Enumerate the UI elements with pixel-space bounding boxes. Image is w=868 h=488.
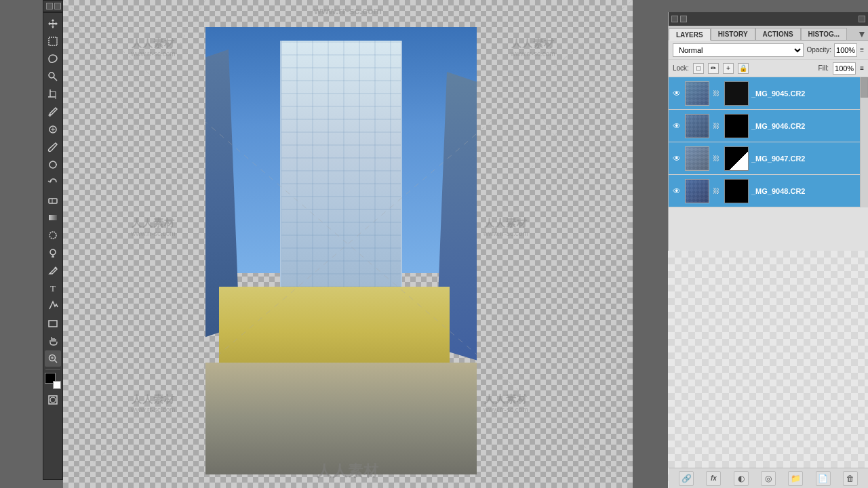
tab-layers[interactable]: LAYERS bbox=[669, 28, 711, 41]
layer-2-visibility[interactable]: 👁 bbox=[671, 121, 682, 131]
layer-item-3[interactable]: 👁 ⛓ _MG_9047.CR2 bbox=[669, 142, 868, 175]
hand-tool[interactable] bbox=[45, 333, 61, 349]
dodge-tool[interactable] bbox=[45, 245, 61, 261]
history-brush-tool[interactable] bbox=[45, 174, 61, 190]
canvas-area: www.rr-sc.com 人人素材 www.rr-sc.com 人人素材 ww… bbox=[63, 0, 633, 488]
svg-text:T: T bbox=[50, 283, 56, 293]
path-selection-tool[interactable] bbox=[45, 298, 61, 314]
clone-stamp-tool[interactable] bbox=[45, 157, 61, 173]
scroll-thumb[interactable] bbox=[861, 77, 868, 98]
layer-1-visibility[interactable]: 👁 bbox=[671, 88, 682, 99]
svg-point-11 bbox=[50, 161, 56, 168]
fill-label: Fill: bbox=[818, 64, 829, 72]
marquee-tool[interactable] bbox=[45, 33, 61, 49]
layers-list: 👁 ⛓ _MG_9045.CR2 👁 ⛓ _MG_9046.CR2 👁 bbox=[669, 77, 868, 207]
fill-value[interactable]: 100% bbox=[833, 62, 856, 75]
zoom-tool[interactable] bbox=[45, 350, 61, 367]
lock-label: Lock: bbox=[673, 64, 689, 72]
toolbar-title-bar bbox=[43, 0, 63, 12]
pen-tool[interactable] bbox=[45, 262, 61, 279]
layer-group-btn[interactable]: 📁 bbox=[788, 471, 803, 486]
opacity-value[interactable]: 100% bbox=[834, 43, 857, 57]
quick-mask-tool[interactable] bbox=[45, 392, 61, 408]
layer-4-name: _MG_9048.CR2 bbox=[751, 187, 865, 195]
layer-1-thumbnail bbox=[685, 81, 709, 106]
layer-3-name: _MG_9047.CR2 bbox=[751, 155, 865, 163]
panel-restore-btn[interactable] bbox=[680, 16, 687, 22]
layer-3-thumbnail bbox=[685, 146, 709, 171]
brush-tool[interactable] bbox=[45, 139, 61, 155]
layers-bottom-toolbar: 🔗 fx ◐ ◎ 📁 📄 🗑 bbox=[669, 468, 868, 488]
layer-delete-btn[interactable]: 🗑 bbox=[843, 471, 858, 486]
layer-2-chain[interactable]: ⛓ bbox=[712, 119, 720, 133]
tab-actions[interactable]: ACTIONS bbox=[755, 28, 801, 40]
panel-empty-area bbox=[668, 251, 868, 488]
svg-rect-14 bbox=[49, 199, 57, 203]
crop-tool[interactable] bbox=[45, 86, 61, 102]
eyedropper-tool[interactable] bbox=[45, 104, 61, 120]
svg-point-17 bbox=[50, 232, 56, 239]
layer-mask-btn[interactable]: ◐ bbox=[734, 471, 749, 486]
layer-3-visibility[interactable]: 👁 bbox=[671, 153, 682, 164]
panel-minimize-btn[interactable] bbox=[671, 16, 678, 22]
layer-fx-btn[interactable]: fx bbox=[706, 471, 721, 486]
layer-link-btn[interactable]: 🔗 bbox=[679, 471, 694, 486]
lasso-tool[interactable] bbox=[45, 51, 61, 67]
tools-panel: T bbox=[43, 12, 63, 480]
panel-tabs: LAYERS HISTORY ACTIONS HISTOG... ▼ bbox=[669, 26, 868, 41]
layer-4-chain[interactable]: ⛓ bbox=[712, 184, 720, 198]
quick-select-tool[interactable] bbox=[45, 68, 61, 85]
tab-histog[interactable]: HISTOG... bbox=[801, 28, 848, 40]
layer-item-4[interactable]: 👁 ⛓ _MG_9048.CR2 bbox=[669, 175, 868, 207]
layer-adjustment-btn[interactable]: ◎ bbox=[761, 471, 776, 486]
lock-all-btn[interactable]: 🔒 bbox=[738, 63, 749, 74]
layer-new-btn[interactable]: 📄 bbox=[816, 471, 831, 486]
panel-close-btn[interactable] bbox=[859, 16, 865, 22]
layer-1-chain[interactable]: ⛓ bbox=[712, 87, 720, 100]
blend-mode-select[interactable]: Normal Dissolve Multiply Screen Overlay bbox=[673, 43, 804, 57]
layer-1-mask bbox=[724, 81, 749, 106]
layer-4-thumbnail bbox=[685, 179, 709, 203]
blend-opacity-row: Normal Dissolve Multiply Screen Overlay … bbox=[669, 41, 868, 60]
svg-line-25 bbox=[55, 361, 58, 363]
layers-panel: LAYERS HISTORY ACTIONS HISTOG... ▼ Norma… bbox=[668, 12, 868, 488]
lock-transparent-btn[interactable]: □ bbox=[693, 63, 704, 74]
photo-document bbox=[205, 27, 477, 474]
gradient-tool[interactable] bbox=[45, 209, 61, 226]
eraser-tool[interactable] bbox=[45, 192, 61, 208]
layer-2-thumbnail bbox=[685, 114, 709, 138]
layers-scrollbar[interactable] bbox=[860, 77, 868, 207]
svg-point-29 bbox=[50, 397, 56, 403]
layer-1-name: _MG_9045.CR2 bbox=[751, 89, 865, 98]
svg-point-1 bbox=[49, 73, 54, 78]
healing-brush-tool[interactable] bbox=[45, 121, 61, 138]
toolbar-minimize-btn[interactable] bbox=[46, 3, 53, 9]
layer-4-visibility[interactable]: 👁 bbox=[671, 186, 682, 197]
shape-tool[interactable] bbox=[45, 315, 61, 331]
svg-point-21 bbox=[55, 267, 57, 269]
color-picker[interactable] bbox=[45, 373, 61, 389]
layer-2-mask bbox=[724, 114, 749, 138]
fill-icon[interactable]: ≡ bbox=[860, 64, 864, 72]
layers-panel-titlebar bbox=[669, 12, 868, 26]
svg-line-2 bbox=[54, 77, 57, 81]
lock-position-btn[interactable]: + bbox=[723, 63, 734, 74]
blur-tool[interactable] bbox=[45, 227, 61, 243]
svg-point-18 bbox=[50, 249, 56, 255]
lock-fill-row: Lock: □ ✏ + 🔒 Fill: 100% ≡ bbox=[669, 60, 868, 77]
type-tool[interactable]: T bbox=[45, 280, 61, 296]
panel-menu-btn[interactable]: ▼ bbox=[856, 28, 868, 40]
layer-3-chain[interactable]: ⛓ bbox=[712, 152, 720, 165]
layer-item-2[interactable]: 👁 ⛓ _MG_9046.CR2 bbox=[669, 110, 868, 142]
layer-2-name: _MG_9046.CR2 bbox=[751, 122, 865, 130]
layer-4-mask bbox=[724, 179, 749, 203]
lock-image-btn[interactable]: ✏ bbox=[708, 63, 719, 74]
opacity-label: Opacity: bbox=[806, 46, 831, 54]
opacity-icon[interactable]: ≡ bbox=[860, 46, 864, 54]
toolbar-divider bbox=[45, 369, 60, 370]
svg-rect-0 bbox=[49, 37, 57, 45]
toolbar-close-btn[interactable] bbox=[54, 3, 61, 9]
tab-history[interactable]: HISTORY bbox=[711, 28, 755, 40]
layer-item-1[interactable]: 👁 ⛓ _MG_9045.CR2 bbox=[669, 77, 868, 110]
move-tool[interactable] bbox=[45, 16, 61, 32]
